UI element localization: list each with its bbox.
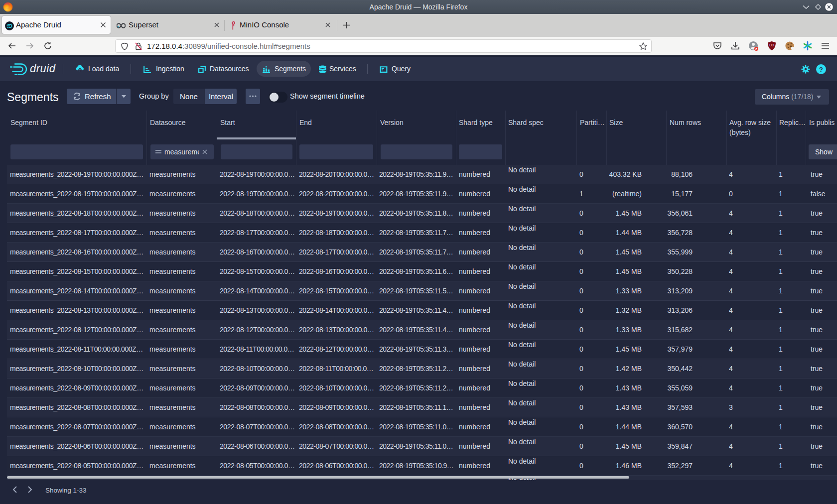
svg-text:?: ? (819, 66, 823, 73)
svg-text:UO: UO (769, 43, 774, 47)
